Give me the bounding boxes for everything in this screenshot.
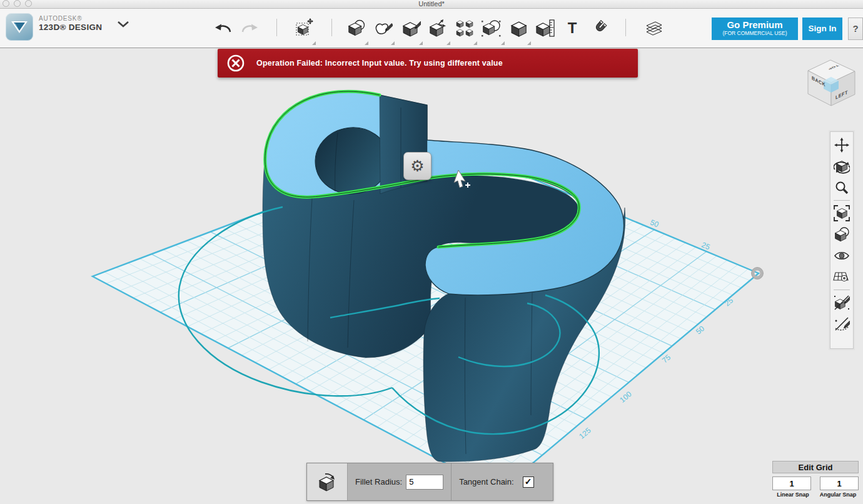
navigation-panel	[830, 131, 854, 349]
orbit-icon	[834, 158, 850, 174]
redo-icon	[240, 20, 259, 36]
undo-icon	[214, 20, 233, 36]
modify-icon	[428, 19, 448, 38]
fillet-dialog-separator	[451, 463, 452, 500]
view-style-icon	[834, 226, 850, 243]
hide-sketches-button[interactable]	[832, 313, 851, 335]
primitives-dropdown-caret[interactable]	[365, 41, 368, 45]
primitives-icon	[346, 19, 366, 38]
transform-dropdown-caret[interactable]	[312, 41, 316, 45]
pattern-icon	[455, 19, 475, 38]
pattern-dropdown-caret[interactable]	[473, 41, 477, 45]
zoom-icon	[834, 180, 849, 195]
transform-tool-button[interactable]	[294, 17, 315, 39]
sign-in-button[interactable]: Sign In	[802, 18, 842, 40]
fit-icon	[834, 205, 850, 221]
hide-sketches-icon	[834, 316, 850, 332]
view-style-button[interactable]	[832, 224, 851, 245]
material-layers-icon	[643, 18, 665, 38]
view-cube[interactable]: TOP BACK LEFT	[808, 60, 855, 106]
error-icon	[226, 54, 245, 73]
main-toolbar: AUTODESK® 123D® DESIGN	[0, 9, 863, 48]
fillet-dialog-icon-cell[interactable]	[307, 463, 348, 500]
fit-button[interactable]	[832, 203, 851, 224]
hide-solids-icon	[834, 295, 850, 311]
snap-tool-button[interactable]	[588, 17, 610, 39]
app-logo-icon	[6, 13, 33, 41]
visibility-button[interactable]	[832, 245, 851, 266]
go-premium-label: Go Premium	[712, 19, 798, 30]
help-button[interactable]: ?	[848, 18, 863, 40]
brand-line2: 123D® DESIGN	[39, 23, 102, 33]
viewport-canvas[interactable]: 5025255075100125	[0, 48, 863, 504]
grid-visibility-button[interactable]	[832, 266, 851, 288]
pan-button[interactable]	[832, 134, 851, 156]
error-message: Operation Failed: Incorrect Input value.…	[256, 59, 503, 68]
combine-icon	[482, 19, 502, 38]
snap-magnet-icon	[589, 19, 609, 38]
measure-icon	[535, 19, 556, 38]
eye-icon	[834, 249, 850, 262]
title-bar: Untitled*	[0, 0, 863, 9]
checkmark-icon: ✓	[525, 476, 532, 486]
tangent-chain-checkbox[interactable]: ✓	[523, 476, 534, 488]
fillet-radius-label: Fillet Radius:	[355, 477, 402, 486]
sketch-tool-button[interactable]	[372, 17, 393, 39]
app-logo[interactable]	[6, 13, 33, 41]
error-banner: Operation Failed: Incorrect Input value.…	[218, 49, 638, 78]
toolbar-separator	[276, 19, 277, 36]
toolbar-separator	[331, 19, 332, 36]
toolbar-separator	[625, 19, 626, 36]
nav-separator	[834, 200, 850, 201]
linear-snap-input[interactable]	[772, 476, 811, 490]
grid-axis-label: 125	[577, 426, 593, 441]
edit-grid-panel: Edit Grid Linear Snap Angular Snap	[772, 461, 859, 498]
window-title: Untitled*	[0, 0, 863, 8]
measure-tool-button[interactable]	[535, 17, 556, 39]
go-premium-button[interactable]: Go Premium (FOR COMMERCIAL USE)	[712, 18, 798, 40]
go-premium-sublabel: (FOR COMMERCIAL USE)	[712, 30, 798, 36]
construct-dropdown-caret[interactable]	[419, 41, 423, 45]
grid-visibility-icon	[833, 270, 850, 284]
group-icon	[508, 19, 528, 38]
group-dropdown-caret[interactable]	[527, 41, 531, 45]
grid-axis-label: 100	[618, 390, 633, 405]
sketch-dropdown-caret[interactable]	[391, 41, 395, 45]
modify-tool-button[interactable]	[427, 17, 448, 39]
brand-text: AUTODESK® 123D® DESIGN	[39, 15, 102, 32]
hide-solids-button[interactable]	[832, 292, 851, 313]
scene-svg: 5025255075100125	[0, 48, 863, 504]
brand-line1: AUTODESK®	[39, 15, 102, 23]
nav-separator	[834, 290, 850, 290]
tangent-chain-label: Tangent Chain:	[459, 477, 513, 486]
sketch-icon	[373, 19, 393, 38]
text-tool-button[interactable]: T	[562, 17, 583, 39]
pan-icon	[834, 138, 849, 153]
group-tool-button[interactable]	[508, 17, 529, 39]
fillet-icon	[316, 472, 338, 492]
pattern-tool-button[interactable]	[454, 17, 475, 39]
material-tool-button[interactable]	[643, 17, 665, 39]
edge-options-gear-button[interactable]: ⚙	[403, 152, 432, 180]
main-menu-chevron-icon[interactable]	[116, 20, 130, 29]
angular-snap-input[interactable]	[820, 476, 859, 490]
text-tool-icon: T	[568, 19, 577, 37]
undo-button[interactable]	[213, 17, 234, 39]
construct-tool-button[interactable]	[400, 17, 421, 39]
angular-snap-label: Angular Snap	[817, 491, 859, 498]
combine-tool-button[interactable]	[481, 17, 502, 39]
fillet-radius-input[interactable]	[406, 475, 443, 490]
orbit-button[interactable]	[832, 156, 851, 177]
redo-button[interactable]	[239, 17, 260, 39]
linear-snap-label: Linear Snap	[772, 491, 814, 498]
modify-dropdown-caret[interactable]	[447, 41, 450, 45]
transform-icon	[295, 18, 315, 38]
gear-icon: ⚙	[410, 157, 424, 174]
edit-grid-button[interactable]: Edit Grid	[772, 461, 859, 473]
zoom-button[interactable]	[832, 177, 851, 198]
fillet-dialog: Fillet Radius: Tangent Chain: ✓	[306, 463, 553, 501]
primitives-tool-button[interactable]	[346, 17, 367, 39]
combine-dropdown-caret[interactable]	[501, 41, 505, 45]
construct-icon	[401, 19, 421, 38]
